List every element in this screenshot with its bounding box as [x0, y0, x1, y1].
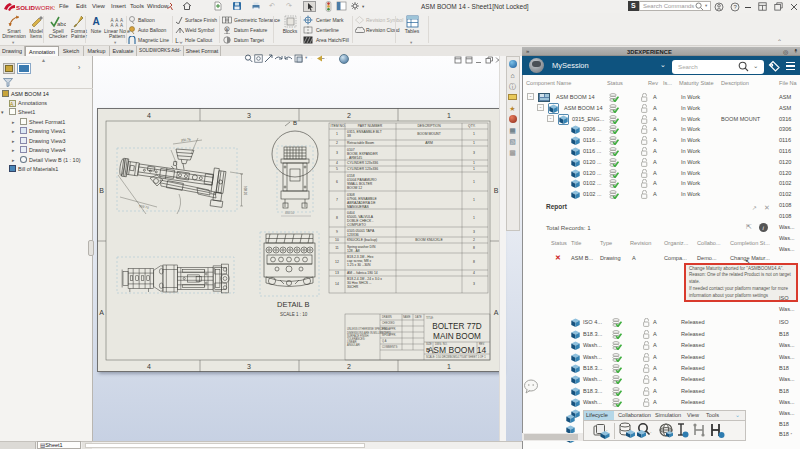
svg-text:1: 1 — [473, 132, 475, 136]
svg-text:Q.A: Q.A — [382, 339, 387, 343]
svg-text:2: 2 — [347, 363, 351, 370]
svg-text:BOOM 12: BOOM 12 — [347, 186, 362, 190]
svg-text:128 - A8: 128 - A8 — [347, 249, 360, 253]
svg-text:DATE: DATE — [415, 315, 422, 319]
svg-text:CYLINDER 123x336: CYLINDER 123x336 — [347, 167, 378, 171]
svg-text:8: 8 — [336, 216, 338, 220]
svg-text:KNUCKLE (backup): KNUCKLE (backup) — [347, 238, 377, 242]
svg-text:38: 38 — [347, 134, 351, 138]
svg-text:PART NUMBER: PART NUMBER — [358, 124, 383, 128]
svg-text:BOOM KNUCKLE: BOOM KNUCKLE — [415, 238, 443, 242]
svg-text:DRAWN: DRAWN — [382, 315, 392, 319]
svg-text:DETAIL B: DETAIL B — [277, 300, 310, 309]
svg-text:3: 3 — [247, 363, 251, 370]
svg-text:11: 11 — [335, 246, 339, 250]
svg-text:MFG APPR.: MFG APPR. — [382, 333, 396, 337]
svg-text:·: · — [606, 427, 608, 433]
svg-text:3: 3 — [336, 151, 338, 155]
svg-text:1: 1 — [336, 132, 338, 136]
svg-text:10: 10 — [335, 238, 339, 242]
svg-text:4: 4 — [147, 363, 151, 370]
svg-text:ANGULAR:: ANGULAR: — [347, 343, 361, 347]
svg-text:480.50: 480.50 — [285, 211, 295, 215]
svg-text:1: 1 — [473, 180, 475, 184]
svg-text:BOOM MOUNT: BOOM MOUNT — [417, 132, 441, 136]
svg-text:1: 1 — [473, 167, 475, 171]
svg-text:0315, ENSAMBLE BLT: 0315, ENSAMBLE BLT — [347, 130, 382, 134]
svg-text:COMMENTS:: COMMENTS: — [382, 345, 398, 349]
svg-text:BOLTER 77D: BOLTER 77D — [432, 322, 482, 331]
svg-text:·: · — [650, 429, 652, 435]
svg-text:AM -- fabrica 180 14: AM -- fabrica 180 14 — [347, 271, 378, 275]
svg-text:1: 1 — [447, 112, 451, 119]
svg-text:9: 9 — [336, 230, 338, 234]
svg-text:30CHR: 30CHR — [347, 285, 359, 289]
svg-text:12: 12 — [335, 260, 339, 264]
svg-text:MAIN BOOM: MAIN BOOM — [433, 332, 481, 341]
svg-text:4: 4 — [147, 112, 151, 119]
svg-text:Retractable Boom: Retractable Boom — [347, 141, 374, 145]
svg-text:CHECKED: CHECKED — [382, 321, 395, 325]
svg-text:3: 3 — [473, 151, 475, 155]
svg-text:7: 7 — [336, 198, 338, 202]
svg-text:DESCRIPTION: DESCRIPTION — [417, 124, 441, 128]
svg-text:A: A — [226, 27, 229, 32]
svg-text:B: B — [494, 187, 499, 194]
svg-text:13: 13 — [335, 271, 339, 275]
svg-text:ARM: ARM — [425, 141, 433, 145]
svg-text:A: A — [99, 309, 104, 316]
svg-text:123X36: 123X36 — [347, 233, 359, 237]
svg-text:NAME: NAME — [403, 315, 411, 319]
svg-text:QTY.: QTY. — [468, 124, 476, 128]
svg-text:- ARM145: - ARM145 — [347, 156, 362, 160]
svg-text:6: 6 — [336, 180, 338, 184]
svg-text:3: 3 — [247, 112, 251, 119]
svg-text:SOLIDWORKS: SOLIDWORKS — [16, 4, 55, 11]
svg-text:L⌄: L⌄ — [175, 38, 183, 44]
svg-text:?: ? — [733, 4, 737, 10]
svg-text:SCALE 1 : 10: SCALE 1 : 10 — [280, 312, 308, 317]
svg-text:4: 4 — [336, 161, 338, 165]
svg-text:1: 1 — [447, 363, 451, 370]
svg-text:1: 1 — [473, 161, 475, 165]
svg-text:ASM BOOM 14: ASM BOOM 14 — [428, 345, 487, 355]
svg-text:2: 2 — [347, 112, 351, 119]
svg-text:908.26: 908.26 — [243, 186, 247, 196]
svg-text:TITLE:: TITLE: — [426, 316, 434, 320]
svg-text:MANGUERAS: MANGUERAS — [347, 205, 370, 209]
svg-text:1: 1 — [473, 198, 475, 202]
svg-text:14: 14 — [335, 282, 339, 286]
svg-text:8: 8 — [473, 260, 475, 264]
svg-text:CYLINDER 123x336: CYLINDER 123x336 — [347, 161, 378, 165]
svg-text:ITEM NO.: ITEM NO. — [331, 124, 346, 128]
svg-text:5: 5 — [336, 167, 338, 171]
svg-text:3: 3 — [473, 230, 475, 234]
svg-text:B: B — [293, 120, 297, 126]
svg-text:8: 8 — [473, 246, 475, 250]
svg-text:A: A — [494, 309, 499, 316]
svg-text:1: 1 — [473, 141, 475, 145]
svg-text:2: 2 — [473, 238, 475, 242]
svg-text:552.70: 552.70 — [139, 204, 150, 210]
svg-text:4: 4 — [473, 271, 475, 275]
svg-text:ENG APPR.: ENG APPR. — [382, 327, 396, 331]
svg-text:1.25 x 30 --30N: 1.25 x 30 --30N — [347, 263, 371, 267]
svg-text:B: B — [426, 347, 430, 353]
svg-text:2: 2 — [336, 141, 338, 145]
svg-text:SCALE: 1:50 DRCWBOM14.770.BT: SCALE: 1:50 DRCWBOM14.770.BT SHEET 1 OF … — [426, 355, 486, 359]
svg-text:1: 1 — [473, 216, 475, 220]
svg-text:COMPLETO: COMPLETO — [347, 223, 366, 227]
svg-text:B: B — [99, 187, 104, 194]
svg-text:3: 3 — [473, 282, 475, 286]
